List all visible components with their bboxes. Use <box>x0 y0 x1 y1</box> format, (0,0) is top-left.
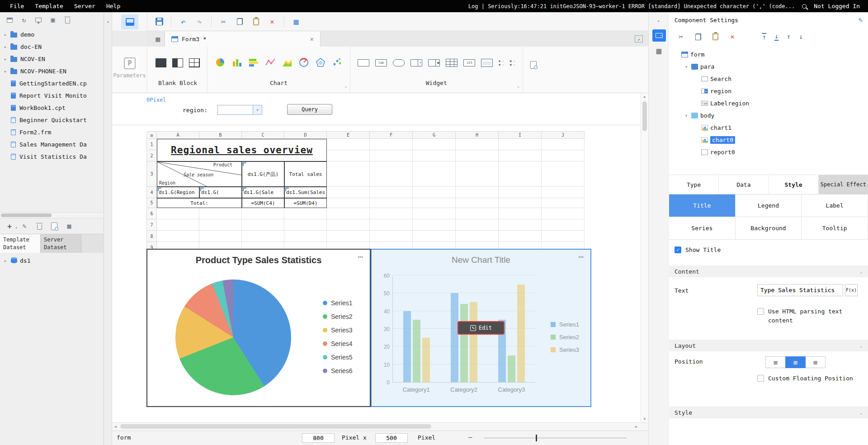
scroll-right-icon[interactable]: ▶ <box>635 425 637 429</box>
column-header[interactable]: J <box>542 132 585 139</box>
bar-series-1[interactable] <box>451 293 458 382</box>
grid-cell[interactable] <box>327 198 370 208</box>
menu-item-file[interactable]: File <box>5 3 29 9</box>
paste-component-button[interactable] <box>711 32 720 41</box>
align-left-button[interactable]: ≡ <box>765 356 786 368</box>
report-cell[interactable]: ds1.Sum(Sales <box>284 187 327 198</box>
menu-item-help[interactable]: Help <box>101 3 126 9</box>
widget-table-icon[interactable] <box>446 59 458 67</box>
undo-button[interactable]: ↶ <box>179 17 188 26</box>
form-design-canvas[interactable]: 0Pixel region: ▾ Query ▦ABCDEFGHIJ123456… <box>112 93 648 422</box>
column-header[interactable]: B <box>199 132 242 139</box>
component-tree-item[interactable]: report0 <box>669 146 868 158</box>
content-section-header[interactable]: Content ⌄ <box>669 265 868 277</box>
menu-item-template[interactable]: Template <box>29 3 69 9</box>
grid-cell[interactable] <box>456 187 499 198</box>
grid-cell[interactable] <box>370 231 413 242</box>
component-tree-item[interactable]: region <box>669 85 868 97</box>
configure-dataset-button[interactable]: ▦ <box>65 222 73 230</box>
document-tab[interactable]: Form3 * ✕ <box>165 31 321 47</box>
redo-button[interactable]: ↷ <box>195 17 204 26</box>
style-tab-label[interactable]: Label <box>802 194 868 217</box>
row-header[interactable]: 7 <box>147 219 157 231</box>
canvas-width-input[interactable] <box>302 433 335 443</box>
move-to-bottom-button[interactable]: ↓ <box>774 33 778 41</box>
file-tree-item[interactable]: GettingStartedEN.cp <box>0 77 104 90</box>
grid-cell[interactable] <box>456 139 499 150</box>
row-header[interactable]: 5 <box>147 198 157 208</box>
show-title-checkbox[interactable] <box>675 246 681 253</box>
align-right-button[interactable]: ≡ <box>805 356 826 368</box>
tab-data[interactable]: Data <box>719 175 769 194</box>
edit-dataset-button[interactable]: ✎ <box>20 222 28 230</box>
refresh-icon[interactable]: ↻ <box>20 16 28 24</box>
search-widget-tool-icon[interactable] <box>529 61 538 69</box>
column-header[interactable]: C <box>242 132 284 139</box>
chart-gauge-icon[interactable] <box>298 57 309 69</box>
delete-dataset-button[interactable] <box>35 222 43 230</box>
grid-cell[interactable] <box>499 198 542 208</box>
expand-arrow-icon[interactable]: ▸ <box>3 32 8 37</box>
grid-cell[interactable] <box>327 161 370 187</box>
delete-icon[interactable] <box>63 16 71 24</box>
component-tree-item[interactable]: Labelregion <box>669 97 868 109</box>
widget-checkboxgroup-icon[interactable] <box>510 59 515 67</box>
panel-edit-icon[interactable]: ✎ <box>859 16 863 24</box>
grid-cell[interactable] <box>542 198 585 208</box>
widget-radiogroup-icon[interactable] <box>499 59 504 67</box>
scroll-down-icon[interactable]: ▼ <box>641 417 648 421</box>
html-parse-checkbox[interactable] <box>757 308 764 315</box>
split-block-icon[interactable] <box>172 58 183 67</box>
grid-cell[interactable] <box>499 219 542 231</box>
report-cell[interactable]: Total sales <box>284 161 327 187</box>
file-tree-item[interactable]: Visit Statistics Da <box>0 151 104 163</box>
bar-series-3[interactable] <box>470 302 477 382</box>
grid-cell[interactable] <box>456 161 499 187</box>
grid-cell[interactable] <box>199 208 242 219</box>
delete-button[interactable]: ✕ <box>268 17 277 26</box>
report-cell[interactable]: ProductSale seasonRegion <box>157 161 242 187</box>
grid-cell[interactable] <box>199 231 242 242</box>
grid-cell[interactable] <box>370 219 413 231</box>
left-panel-splitter[interactable]: ◂ <box>104 12 112 445</box>
file-tree-item[interactable]: ▸demo <box>0 28 104 41</box>
grid-cell[interactable] <box>370 161 413 187</box>
file-tree-item[interactable]: WorkBook1.cpt <box>0 102 104 114</box>
report-cell[interactable]: Total: <box>157 198 242 208</box>
chart-menu-icon[interactable]: ⋯ <box>358 251 363 261</box>
grid-cell[interactable] <box>157 219 199 231</box>
report-cell[interactable]: Regional sales overview <box>157 139 327 161</box>
grid-cell[interactable] <box>456 231 499 242</box>
cut-component-button[interactable]: ✂ <box>676 32 685 41</box>
dataset-tab[interactable]: Template Dataset <box>0 234 41 253</box>
file-tree-item[interactable]: Report Visit Monito <box>0 90 104 102</box>
report-block-icon[interactable] <box>156 58 166 67</box>
report-cell[interactable]: ds1.G( <box>199 187 242 198</box>
zoom-out-button[interactable]: — <box>468 433 472 440</box>
row-header[interactable]: 3 <box>147 161 157 187</box>
parameters-tool-icon[interactable]: P <box>124 57 136 69</box>
scrollbar-thumb[interactable] <box>1 213 52 217</box>
chart-scatter-icon[interactable] <box>332 57 343 69</box>
scrollbar-thumb[interactable] <box>120 424 431 429</box>
bar-series-2[interactable] <box>508 355 515 382</box>
component-tree-item[interactable]: Search <box>669 73 868 85</box>
install-package-icon[interactable]: ▣ <box>49 16 57 24</box>
bar-series-1[interactable] <box>403 311 411 382</box>
sheet-grid-toggle-icon[interactable]: ▦ <box>151 31 165 47</box>
save-button[interactable] <box>155 17 164 26</box>
chart-bar-icon[interactable] <box>248 57 259 69</box>
grid-cell[interactable] <box>284 219 327 231</box>
widget-group-expand-icon[interactable]: ⌄ <box>517 83 519 88</box>
column-header[interactable]: I <box>499 132 542 139</box>
legend-item[interactable]: Series3 <box>323 327 352 334</box>
grid-cell[interactable] <box>242 219 284 231</box>
style-tab-legend[interactable]: Legend <box>736 194 802 217</box>
bar-series-2[interactable] <box>413 320 420 382</box>
report-cell[interactable]: ds1.G(产品) <box>242 161 284 187</box>
legend-item[interactable]: Series6 <box>323 367 352 374</box>
file-tree-item[interactable]: ▸NCOV-PHONE-EN <box>0 65 104 77</box>
report-cell[interactable]: =SUM(D4) <box>284 198 327 208</box>
zoom-slider-thumb[interactable] <box>536 435 537 441</box>
grid-cell[interactable] <box>413 187 456 198</box>
